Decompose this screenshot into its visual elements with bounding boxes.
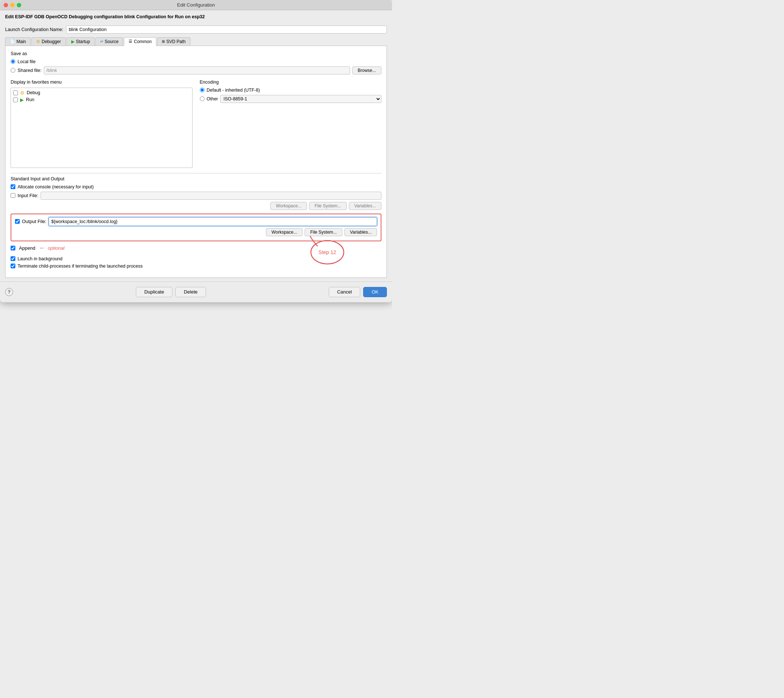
cancel-button[interactable]: Cancel [329,287,360,297]
terminate-label[interactable]: Terminate child-processes if terminating… [18,263,143,269]
local-file-label[interactable]: Local file [18,59,35,64]
input-file-label[interactable]: Input File: [18,193,38,198]
input-workspace-button[interactable]: Workspace... [270,202,307,210]
save-as-section: Save as Local file Shared file: Browse..… [11,51,381,74]
divider-1 [11,173,381,173]
favorites-list: ⚙ Debug ▶ Run [11,87,193,168]
input-variables-button[interactable]: Variables... [349,202,381,210]
debugger-icon: ⚙ [36,39,40,44]
tab-svd-path[interactable]: ⊞ SVD Path [157,37,190,46]
debugger-fav-icon: ⚙ [20,90,25,95]
ok-button[interactable]: OK [363,287,387,297]
encoding-other-row: Other ISO-8859-1 [200,95,382,103]
encoding-section: Encoding Default - inherited (UTF-8) Oth… [200,80,382,168]
std-io-label: Standard Input and Output [11,176,381,181]
std-io-section: Standard Input and Output Allocate conso… [11,176,381,210]
encoding-default-row: Default - inherited (UTF-8) [200,87,382,93]
encoding-default-label[interactable]: Default - inherited (UTF-8) [207,87,260,93]
encoding-default-radio[interactable] [200,87,205,92]
favorites-debug-item: ⚙ Debug [12,89,191,96]
output-workspace-button[interactable]: Workspace... [266,228,302,236]
optional-text: optional [48,245,65,251]
shared-file-radio[interactable] [11,68,15,72]
append-row: Append ← optional Step 12 [11,244,381,252]
tab-main[interactable]: 📄 Main [5,37,31,46]
footer: ? Duplicate Delete Cancel OK [0,285,392,302]
svd-icon: ⊞ [162,40,165,43]
launch-bg-checkbox[interactable] [11,256,15,261]
step12-text: Step 12 [319,249,336,255]
encoding-other-label[interactable]: Other [207,96,218,102]
output-file-input[interactable] [49,217,377,226]
minimize-button[interactable] [10,3,15,7]
input-file-row: Input File: [11,192,381,200]
favorites-run-item: ▶ Run [12,96,191,103]
footer-center: Duplicate Delete [136,287,206,297]
favorites-debug-label[interactable]: Debug [26,90,40,95]
encoding-other-select[interactable]: ISO-8859-1 [220,95,381,103]
two-col-section: Display in favorites menu ⚙ Debug ▶ Run [11,80,381,168]
favorites-debug-checkbox[interactable] [13,91,18,95]
output-file-row: Output File: [15,217,377,226]
local-file-row: Local file [11,59,381,64]
local-file-radio[interactable] [11,59,15,64]
window-controls [4,3,21,7]
input-file-checkbox[interactable] [11,193,15,198]
titlebar: Edit Configuration [0,0,392,10]
favorites-run-checkbox[interactable] [13,97,18,102]
favorites-label: Display in favorites menu [11,80,193,85]
run-fav-icon: ▶ [20,97,24,102]
shared-file-row: Shared file: Browse... [11,66,381,74]
shared-file-input[interactable] [44,66,350,74]
close-button[interactable] [4,3,8,7]
encoding-label: Encoding [200,80,382,85]
tab-startup[interactable]: ▶ Startup [66,37,95,46]
favorites-run-label[interactable]: Run [26,97,34,102]
input-file-buttons: Workspace... File System... Variables... [11,202,381,210]
tab-common[interactable]: ☰ Common [124,37,156,46]
window-title: Edit Configuration [177,2,215,8]
step12-container: Step 12 [305,233,345,267]
favorites-section: Display in favorites menu ⚙ Debug ▶ Run [11,80,193,168]
input-filesystem-button[interactable]: File System... [309,202,347,210]
footer-divider [0,282,392,282]
encoding-other-radio[interactable] [200,96,205,101]
delete-button[interactable]: Delete [175,287,206,297]
output-variables-button[interactable]: Variables... [345,228,377,236]
input-file-input[interactable] [41,192,381,200]
allocate-console-checkbox[interactable] [11,184,15,189]
step12-bubble-svg: Step 12 [305,233,345,266]
common-icon: ☰ [129,39,132,44]
optional-annotation: ← optional [39,244,65,252]
append-label[interactable]: Append [19,245,35,251]
config-name-label: Launch Configuration Name: [5,27,63,32]
arrow-icon: ← [39,244,46,252]
output-file-label[interactable]: Output File: [22,219,46,224]
output-file-checkbox[interactable] [15,219,20,224]
duplicate-button[interactable]: Duplicate [136,287,172,297]
tab-bar: 📄 Main ⚙ Debugger ▶ Startup ⇄ Source ☰ C… [5,37,387,46]
append-checkbox[interactable] [11,246,15,250]
launch-bg-label[interactable]: Launch in background [18,256,63,262]
terminate-checkbox[interactable] [11,263,15,268]
tab-debugger[interactable]: ⚙ Debugger [31,37,66,46]
browse-button[interactable]: Browse... [352,66,381,74]
maximize-button[interactable] [17,3,21,7]
allocate-console-row: Allocate console (necessary for input) [11,184,381,189]
config-name-row: Launch Configuration Name: [5,26,387,34]
startup-icon: ▶ [71,39,74,44]
source-icon: ⇄ [100,40,103,43]
config-name-input[interactable] [66,26,387,34]
footer-left: ? [5,288,13,296]
dialog-title: Edit ESP-IDF GDB OpenOCD Debugging confi… [5,14,387,20]
tab-content-common: Save as Local file Shared file: Browse..… [5,46,387,278]
main-window: Edit Configuration Edit ESP-IDF GDB Open… [0,0,392,302]
save-as-label: Save as [11,51,381,56]
shared-file-label[interactable]: Shared file: [18,67,42,73]
allocate-console-label[interactable]: Allocate console (necessary for input) [18,184,94,189]
main-icon: 📄 [10,39,15,44]
help-button[interactable]: ? [5,288,13,296]
tab-source[interactable]: ⇄ Source [95,37,123,46]
footer-right: Cancel OK [329,287,387,297]
